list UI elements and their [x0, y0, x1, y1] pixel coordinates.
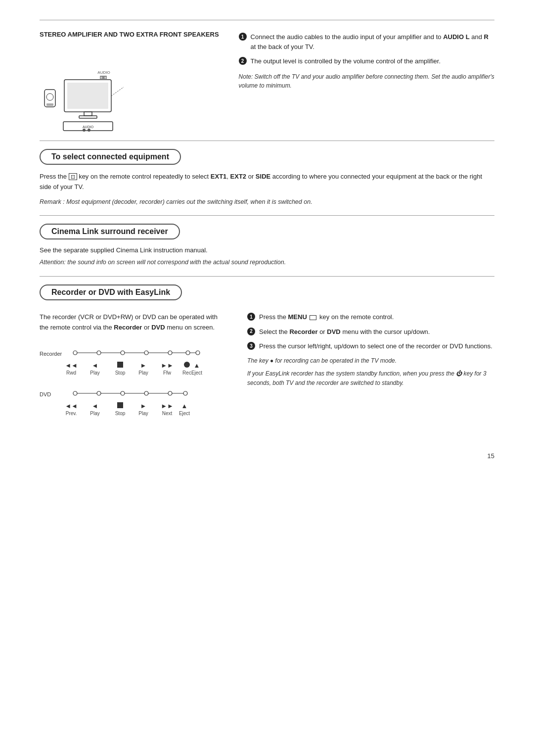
- page-number: 15: [40, 452, 494, 460]
- recorder-steps: 1 Press the MENU key on the remote contr…: [247, 312, 494, 351]
- svg-text:◄: ◄: [92, 402, 98, 410]
- section-rule-3: [40, 276, 494, 277]
- recorder-step-2: 2 Select the Recorder or DVD menu with t…: [247, 327, 494, 337]
- recorder-header: Recorder or DVD with EasyLink: [40, 284, 182, 300]
- svg-point-44: [183, 391, 187, 395]
- stereo-title: Stereo amplifier and two extra FRONT spe…: [40, 30, 219, 38]
- svg-rect-4: [67, 83, 108, 109]
- stereo-steps: 1 Connect the audio cables to the audio …: [239, 32, 494, 66]
- select-section: To select connected equipment Press the …: [40, 149, 494, 206]
- svg-text:◄◄: ◄◄: [65, 362, 78, 369]
- svg-point-43: [168, 391, 172, 395]
- svg-text:Play: Play: [90, 370, 99, 376]
- svg-text:Eject: Eject: [191, 370, 202, 376]
- svg-text:AUDIO: AUDIO: [83, 125, 94, 129]
- stereo-step-2: 2 The output level is controlled by the …: [239, 56, 494, 66]
- ext-icon: ⊡: [69, 173, 77, 180]
- step2-text: The output level is controlled by the vo…: [251, 56, 441, 66]
- select-remark: Remark : Most equipment (decoder, record…: [40, 197, 494, 207]
- svg-point-18: [97, 351, 101, 355]
- select-header: To select connected equipment: [40, 149, 181, 165]
- svg-text:Stop: Stop: [115, 411, 126, 416]
- svg-text:Eject: Eject: [179, 411, 190, 416]
- svg-point-39: [73, 391, 77, 395]
- rec-step1-text: Press the MENU key on the remote control…: [259, 312, 394, 322]
- top-rule: [40, 20, 494, 20]
- svg-point-9: [83, 129, 86, 132]
- rec-step3-num: 3: [247, 342, 255, 350]
- svg-text:Prev.: Prev.: [66, 411, 77, 416]
- svg-text:►: ►: [140, 402, 147, 410]
- dvd-label: DVD: [40, 391, 51, 397]
- recorder-step-3: 3 Press the cursor left/right, up/down t…: [247, 341, 494, 351]
- tv-amplifier-illustration: AUDIO AUDIO: [40, 45, 148, 124]
- recorder-left: The recorder (VCR or DVD+RW) or DVD can …: [40, 312, 227, 423]
- step1-text: Connect the audio cables to the audio in…: [251, 32, 494, 51]
- rec-step3-text: Press the cursor left/right, up/down to …: [259, 341, 492, 351]
- svg-text:Play: Play: [138, 411, 148, 416]
- recorder-section-wrapper: Recorder or DVD with EasyLink The record…: [40, 284, 494, 423]
- cinema-main: See the separate supplied Cinema Link in…: [40, 246, 494, 254]
- svg-rect-47: [117, 402, 123, 408]
- svg-rect-5: [84, 112, 92, 116]
- svg-point-10: [88, 129, 90, 132]
- svg-text:◄◄: ◄◄: [65, 402, 78, 410]
- recorder-step-1: 1 Press the MENU key on the remote contr…: [247, 312, 494, 322]
- svg-line-11: [111, 87, 124, 96]
- rec-step2-num: 2: [247, 328, 255, 335]
- svg-point-20: [144, 351, 148, 355]
- cinema-section: Cinema Link surround receiver See the se…: [40, 224, 494, 267]
- svg-text:Ffw: Ffw: [163, 370, 172, 376]
- svg-text:▲: ▲: [181, 402, 188, 410]
- svg-text:Play: Play: [138, 370, 148, 376]
- svg-text:▲: ▲: [194, 362, 200, 369]
- svg-point-17: [73, 351, 77, 355]
- step2-num: 2: [239, 57, 247, 65]
- section-rule-2: [40, 215, 494, 216]
- svg-point-41: [121, 391, 125, 395]
- svg-point-14: [100, 77, 102, 79]
- svg-point-21: [168, 351, 172, 355]
- svg-point-42: [144, 391, 148, 395]
- rec-step1-num: 1: [247, 313, 255, 321]
- step1-num: 1: [239, 33, 247, 41]
- svg-text:AUDIO: AUDIO: [97, 70, 110, 75]
- svg-rect-6: [79, 116, 97, 118]
- svg-text:Next: Next: [162, 411, 173, 416]
- recorder-note-1: The key ● for recording can be operated …: [247, 356, 494, 366]
- svg-rect-2: [46, 103, 53, 106]
- svg-text:►: ►: [140, 362, 147, 369]
- recorder-section: The recorder (VCR or DVD+RW) or DVD can …: [40, 312, 494, 423]
- svg-point-22: [186, 351, 190, 355]
- svg-text:Rec: Rec: [182, 370, 191, 376]
- svg-text:Stop: Stop: [115, 370, 126, 376]
- svg-text:►►: ►►: [161, 402, 174, 410]
- svg-point-1: [46, 94, 53, 100]
- svg-text:►►: ►►: [161, 362, 174, 369]
- recorder-notes: The key ● for recording can be operated …: [247, 356, 494, 388]
- cinema-attention: Attention: the sound info on screen will…: [40, 258, 494, 267]
- menu-icon: [310, 315, 316, 320]
- svg-point-40: [97, 391, 101, 395]
- recorder-intro: The recorder (VCR or DVD+RW) or DVD can …: [40, 312, 227, 333]
- svg-point-15: [104, 77, 106, 79]
- recorder-right: 1 Press the MENU key on the remote contr…: [247, 312, 494, 423]
- stereo-step-1: 1 Connect the audio cables to the audio …: [239, 32, 494, 51]
- select-text: Press the ⊡ key on the remote control re…: [40, 172, 494, 192]
- svg-text:Play: Play: [90, 411, 99, 416]
- svg-text:Rwd: Rwd: [66, 370, 76, 376]
- cinema-header: Cinema Link surround receiver: [40, 224, 180, 239]
- svg-point-29: [184, 362, 190, 368]
- stereo-image: Stereo amplifier and two extra FRONT spe…: [40, 30, 219, 126]
- section-rule-1: [40, 141, 494, 141]
- recorder-dvd-diagram: Recorder ◄◄ ◄ ►: [40, 342, 218, 421]
- stereo-section: Stereo amplifier and two extra FRONT spe…: [40, 30, 494, 126]
- stereo-text: 1 Connect the audio cables to the audio …: [239, 30, 494, 90]
- stereo-note: Note: Switch off the TV and your audio a…: [239, 72, 494, 90]
- svg-text:◄: ◄: [92, 362, 98, 369]
- svg-point-23: [196, 351, 200, 355]
- rec-step2-text: Select the Recorder or DVD menu with the…: [259, 327, 430, 337]
- svg-point-19: [121, 351, 125, 355]
- recorder-note-2: If your EasyLink recorder has the system…: [247, 369, 494, 387]
- svg-rect-26: [117, 362, 123, 368]
